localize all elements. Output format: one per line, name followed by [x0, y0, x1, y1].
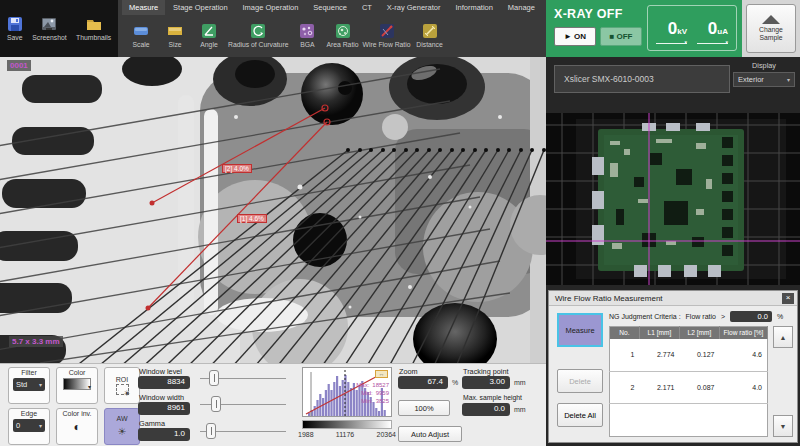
zoom-unit: % [452, 379, 458, 386]
angle-button[interactable]: Angle [194, 23, 224, 48]
cell-l1: 2.774 [640, 339, 680, 372]
xray-on-button[interactable]: ► ON [554, 27, 596, 46]
roi-label: ROI [116, 376, 128, 383]
scale-label: Scale [132, 41, 149, 48]
change-sample-area: Change Sample [742, 0, 800, 57]
roi-button[interactable]: ROI [104, 367, 140, 404]
xray-off-button[interactable]: ■ OFF [600, 27, 642, 46]
zoom-field[interactable]: 67.4 [398, 376, 448, 389]
criteria-value-field[interactable]: 0.0 [730, 311, 772, 322]
screenshot-button[interactable]: Screenshot [32, 16, 66, 41]
wire-flow-window-titlebar[interactable]: Wire Flow Ratio Measurement × [549, 291, 797, 306]
ua-slider[interactable] [697, 43, 728, 44]
save-icon [7, 16, 23, 32]
window-level-slider-handle[interactable] [209, 370, 219, 386]
menu-tab-measure[interactable]: Measure [122, 0, 165, 15]
axis-min: 1988 [298, 431, 314, 438]
max-height-unit: mm [514, 406, 526, 413]
radius-of-curvature-label: Radius of Curvature [228, 41, 288, 48]
menu-tab-ct[interactable]: CT [355, 0, 379, 15]
kv-slider[interactable] [656, 43, 687, 44]
thumbnails-button[interactable]: Thumbnails [76, 16, 111, 41]
zoom-100-button[interactable]: 100% [398, 400, 450, 416]
wire-flow-ratio-button[interactable]: Wire Flow Ratio [363, 23, 411, 48]
menu-tab-information[interactable]: Information [448, 0, 500, 15]
cell-l2: 0.127 [680, 339, 720, 372]
bga-button[interactable]: BGA [292, 23, 322, 48]
axis-max: 20364 [377, 431, 396, 438]
radius-of-curvature-icon [250, 23, 266, 39]
file-tools-group: Save Screenshot Thumbnails [0, 0, 118, 57]
max-sample-height-label: Max. sample height [463, 394, 522, 401]
wire-flow-ratio-window: Wire Flow Ratio Measurement × Measure NG… [548, 290, 798, 443]
scroll-up-button[interactable]: ▲ [773, 326, 793, 348]
screenshot-icon [41, 16, 57, 32]
ng-judgment-criteria: NG Judgment Criteria : Flow ratio > 0.0 … [609, 311, 783, 322]
filter-select[interactable]: Std [13, 378, 45, 391]
hist-mid-value: 9959 [376, 389, 389, 397]
display-select[interactable]: Exterior [733, 72, 795, 87]
close-icon[interactable]: × [782, 293, 794, 304]
change-sample-button[interactable]: Change Sample [746, 4, 796, 53]
measure-button[interactable]: Measure [557, 313, 603, 347]
xray-status: X-RAY OFF [554, 7, 642, 21]
measurement-annotation-2: [2] 4.0% [222, 164, 252, 173]
cell-no: 1 [610, 339, 640, 372]
wire-flow-ratio-icon [379, 23, 395, 39]
scroll-down-button[interactable]: ▼ [773, 415, 793, 437]
scale-button[interactable]: Scale [126, 23, 156, 48]
gamma-field[interactable]: 1.0 [138, 428, 190, 441]
window-width-field[interactable]: 8961 [138, 402, 190, 415]
menu-tab-manage[interactable]: Manage [501, 0, 542, 15]
device-name-box: Xslicer SMX-6010-0003 [554, 65, 730, 93]
display-label: Display [733, 61, 795, 70]
distance-label: Distance [416, 41, 442, 48]
max-sample-height-field[interactable]: 0.0 [462, 403, 510, 416]
cell-l2: 0.087 [680, 371, 720, 404]
menu-tab-stage-operation[interactable]: Stage Operation [166, 0, 235, 15]
chevron-down-icon [39, 380, 42, 389]
histogram-stats: Max:18527 Mid:9959 Min:3825 [356, 381, 389, 405]
save-button[interactable]: Save [7, 16, 23, 41]
tracking-point-field[interactable]: 3.00 [462, 376, 510, 389]
tracking-point-label: Tracking point [463, 367, 509, 376]
area-ratio-label: Area Ratio [326, 41, 358, 48]
delete-all-button[interactable]: Delete All [557, 403, 603, 427]
auto-adjust-button[interactable]: Auto Adjust [398, 426, 462, 442]
hist-max-label: Max: [356, 381, 369, 389]
window-width-slider-handle[interactable] [211, 396, 221, 412]
delete-button[interactable]: Delete [557, 369, 603, 393]
change-sample-label: Change Sample [747, 26, 795, 42]
size-button[interactable]: Size [160, 23, 190, 48]
distance-button[interactable]: Distance [415, 23, 445, 48]
table-header-row: No. L1 [mm] L2 [mm] Flow ratio [%] [610, 327, 768, 339]
histogram[interactable]: ↔ Max:18527 Mid:9959 Min:3825 [302, 367, 392, 417]
play-icon: ► [564, 32, 572, 41]
area-ratio-button[interactable]: Area Ratio [326, 23, 358, 48]
window-level-field[interactable]: 8834 [138, 376, 190, 389]
table-row[interactable]: 1 2.774 0.127 4.6 [610, 339, 768, 372]
cell-flow-ratio: 4.0 [720, 371, 768, 404]
exterior-camera-view[interactable] [546, 113, 800, 285]
table-row[interactable]: 2 2.171 0.087 4.0 [610, 371, 768, 404]
wire-flow-ratio-label: Wire Flow Ratio [363, 41, 411, 48]
angle-label: Angle [200, 41, 217, 48]
xray-image-view[interactable]: 0001 5.7 x 3.3 mm [2] 4.0% [1] 4.6% [0, 57, 546, 363]
color-map-select[interactable] [63, 378, 91, 390]
auto-window-button[interactable]: AW [104, 408, 140, 445]
radius-of-curvature-button[interactable]: Radius of Curvature [228, 23, 288, 48]
filter-group: Filter Std [8, 367, 50, 404]
menu-tab-sequence[interactable]: Sequence [306, 0, 354, 15]
range-icon[interactable]: ↔ [375, 370, 388, 378]
criteria-label: NG Judgment Criteria : [609, 313, 681, 320]
color-invert-button[interactable]: Color inv. [56, 408, 98, 445]
menu-tab-image-operation[interactable]: Image Operation [236, 0, 306, 15]
edge-value: 0 [16, 421, 20, 430]
edge-select[interactable]: 0 [13, 419, 45, 432]
gamma-slider-handle[interactable] [206, 423, 216, 439]
save-label: Save [7, 34, 23, 41]
roi-icon [116, 384, 129, 395]
size-label: Size [168, 41, 181, 48]
menu-tab-xray-generator[interactable]: X-ray Generator [380, 0, 448, 15]
header-no: No. [610, 327, 640, 339]
